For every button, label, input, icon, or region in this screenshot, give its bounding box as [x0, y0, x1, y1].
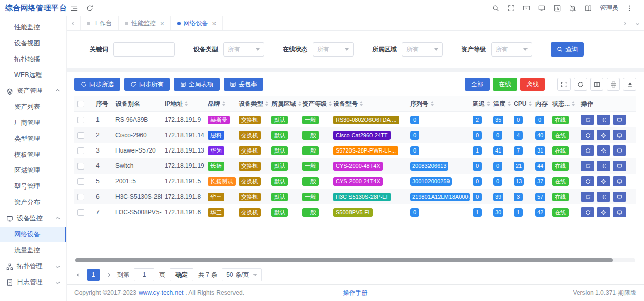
device-terminal-button[interactable]	[613, 130, 626, 140]
row-checkbox[interactable]	[77, 178, 84, 185]
sidebar-item-performance-monitor[interactable]: 性能监控	[0, 20, 66, 35]
device-type-select[interactable]: 所有	[223, 42, 264, 57]
sidebar-item-device-view[interactable]: 设备视图	[0, 35, 66, 51]
region-select[interactable]: 所有	[402, 42, 443, 57]
goto-confirm-button[interactable]: 确定	[170, 268, 193, 281]
sync-device-button[interactable]	[581, 161, 594, 171]
sort-icon[interactable]	[431, 101, 434, 106]
search-icon[interactable]	[488, 0, 503, 16]
next-page-icon[interactable]	[104, 274, 112, 276]
tab-performance-monitor[interactable]: 性能监控 ×	[119, 16, 171, 30]
row-checkbox[interactable]	[77, 163, 84, 170]
asset-level-select[interactable]: 所有	[491, 42, 532, 57]
global-entries-button[interactable]: 全局表项	[174, 78, 220, 91]
display-icon[interactable]	[534, 0, 550, 16]
sidebar-item-type-management[interactable]: 类型管理	[0, 131, 66, 147]
print-icon[interactable]	[607, 78, 620, 91]
device-terminal-button[interactable]	[613, 145, 626, 156]
device-terminal-button[interactable]	[613, 161, 626, 171]
row-checkbox[interactable]	[77, 209, 84, 216]
sidebar-group-topology-management[interactable]: 拓扑管理	[0, 258, 66, 274]
sidebar-item-model-management[interactable]: 型号管理	[0, 179, 66, 195]
sync-device-button[interactable]	[581, 130, 594, 140]
sidebar-item-template-management[interactable]: 模板管理	[0, 147, 66, 163]
manual-link[interactable]: 操作手册	[343, 289, 368, 297]
current-user[interactable]: 管理员	[600, 4, 618, 12]
device-settings-button[interactable]	[597, 161, 610, 171]
sidebar-group-log-management[interactable]: 日志管理	[0, 274, 66, 290]
device-settings-button[interactable]	[597, 115, 610, 125]
row-checkbox[interactable]	[77, 147, 84, 154]
refresh-table-icon[interactable]	[574, 78, 587, 91]
goto-page-input[interactable]	[134, 268, 154, 281]
sort-icon[interactable]	[572, 101, 575, 106]
screen-video-icon[interactable]	[519, 0, 534, 16]
close-tab-icon[interactable]: ×	[160, 20, 164, 27]
sidebar-item-traffic-monitoring[interactable]: 流量监控	[0, 242, 66, 258]
tabs-menu-icon[interactable]	[631, 16, 644, 30]
device-terminal-button[interactable]	[613, 192, 626, 202]
row-checkbox[interactable]	[77, 132, 84, 139]
sidebar-item-region-management[interactable]: 区域管理	[0, 163, 66, 179]
device-settings-button[interactable]	[597, 176, 610, 186]
prev-page-icon[interactable]	[74, 274, 83, 276]
export-icon[interactable]	[623, 78, 636, 91]
sort-icon[interactable]	[360, 101, 363, 106]
device-terminal-button[interactable]	[613, 176, 626, 186]
filter-offline-button[interactable]: 离线	[520, 78, 545, 91]
fullscreen-icon[interactable]	[503, 0, 519, 16]
sync-device-button[interactable]	[581, 115, 594, 125]
online-status-select[interactable]: 所有	[313, 42, 354, 57]
refresh-page-icon[interactable]	[82, 0, 97, 16]
sort-icon[interactable]	[185, 101, 188, 106]
sync-selected-button[interactable]: 同步所选	[74, 78, 120, 91]
sidebar-item-vendor-management[interactable]: 厂商管理	[0, 115, 66, 131]
device-terminal-button[interactable]	[613, 115, 626, 125]
page-size-select[interactable]: 50 条/页	[222, 268, 262, 281]
horizontal-scrollbar[interactable]	[75, 258, 635, 262]
tabs-scroll-left-icon[interactable]	[67, 16, 80, 30]
device-settings-button[interactable]	[597, 130, 610, 140]
keyword-input[interactable]	[113, 42, 175, 57]
packet-loss-button[interactable]: 丢包率	[224, 78, 263, 91]
sync-device-button[interactable]	[581, 176, 594, 186]
close-tab-icon[interactable]: ×	[212, 20, 217, 27]
select-all-checkbox[interactable]	[77, 101, 84, 107]
sidebar-item-web-remote[interactable]: WEB远程	[0, 67, 66, 83]
column-settings-icon[interactable]	[590, 78, 603, 91]
tab-workbench[interactable]: 工作台	[80, 16, 119, 30]
sync-device-button[interactable]	[581, 145, 594, 156]
device-settings-button[interactable]	[597, 145, 610, 156]
handbook-icon[interactable]	[580, 0, 596, 16]
bell-off-icon[interactable]	[565, 0, 580, 16]
sort-icon[interactable]	[529, 101, 532, 106]
cell-cpu: 0	[511, 112, 532, 127]
dashboard-chart-icon[interactable]	[550, 0, 565, 16]
more-icon[interactable]	[621, 0, 637, 16]
sidebar-item-network-devices[interactable]: 网络设备	[0, 227, 66, 242]
sidebar-item-asset-distribution[interactable]: 资产分布	[0, 195, 66, 211]
page-number-button[interactable]: 1	[87, 269, 100, 281]
sidebar-group-asset-management[interactable]: 资产管理	[0, 83, 66, 99]
device-settings-button[interactable]	[597, 192, 610, 202]
search-button[interactable]: 查询	[551, 42, 584, 57]
filter-all-button[interactable]: 全部	[465, 78, 490, 91]
sidebar-group-device-monitoring[interactable]: 设备监控	[0, 211, 66, 227]
tabs-scroll-right-icon[interactable]	[617, 16, 631, 30]
sidebar-item-asset-list[interactable]: 资产列表	[0, 99, 66, 115]
sync-device-button[interactable]	[581, 207, 594, 217]
device-terminal-button[interactable]	[613, 207, 626, 217]
row-checkbox[interactable]	[77, 194, 84, 200]
tab-network-devices[interactable]: 网络设备 ×	[171, 16, 223, 30]
sidebar-item-topology-carousel[interactable]: 拓扑轮播	[0, 51, 66, 67]
sort-icon[interactable]	[222, 101, 225, 106]
expand-table-icon[interactable]	[557, 78, 571, 91]
footer-site-link[interactable]: www.cy-tech.net	[139, 289, 183, 296]
sync-all-button[interactable]: 同步所有	[124, 78, 170, 91]
row-checkbox[interactable]	[77, 117, 84, 123]
device-settings-button[interactable]	[597, 207, 610, 217]
filter-online-button[interactable]: 在线	[493, 78, 517, 91]
sync-device-button[interactable]	[581, 192, 594, 202]
collapse-menu-icon[interactable]	[67, 0, 82, 16]
scrollbar-thumb[interactable]	[75, 258, 613, 262]
